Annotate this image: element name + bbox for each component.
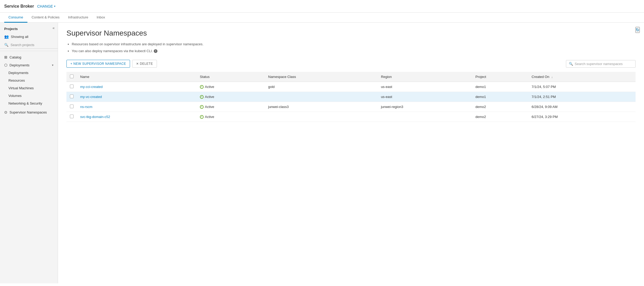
row-3-name: ns-rscm <box>77 102 197 112</box>
top-header: Service Broker CHANGE ▾ <box>0 0 644 13</box>
supervisor-ns-icon: ⊙ <box>4 110 7 114</box>
catalog-icon: ⊞ <box>4 55 7 59</box>
row-4-project: demo2 <box>472 112 528 122</box>
toolbar: + NEW SUPERVISOR NAMESPACE ✕ DELETE 🔍 <box>66 60 636 68</box>
tab-inbox[interactable]: Inbox <box>92 13 109 23</box>
row-2-status-dot <box>200 95 204 99</box>
row-1-checkbox[interactable] <box>70 85 74 88</box>
row-4-status: Active <box>197 112 265 122</box>
row-2-name-link[interactable]: my-vc-created <box>80 95 102 99</box>
row-4-created-on: 6/27/24, 3:29 PM <box>528 112 636 122</box>
sidebar-collapse-button[interactable]: « <box>51 25 56 31</box>
col-checkbox <box>66 72 77 82</box>
sort-icon: ↓ <box>551 75 553 78</box>
row-3-project: demo2 <box>472 102 528 112</box>
deployments-chevron-icon: ▾ <box>52 63 54 67</box>
search-icon: 🔍 <box>4 43 8 47</box>
change-link[interactable]: CHANGE ▾ <box>37 4 55 8</box>
row-2-status-active: Active <box>200 95 262 99</box>
table-row: svc-tkg-domain-c52 Active demo2 6/27/24,… <box>66 112 636 122</box>
row-4-name: svc-tkg-domain-c52 <box>77 112 197 122</box>
row-3-status: Active <box>197 102 265 112</box>
new-supervisor-namespace-button[interactable]: + NEW SUPERVISOR NAMESPACE <box>66 60 130 68</box>
toolbar-left: + NEW SUPERVISOR NAMESPACE ✕ DELETE <box>66 60 157 68</box>
table-body: my-cci-created Active gold us-east demo1… <box>66 82 636 122</box>
row-3-status-dot <box>200 105 204 109</box>
nav-tabs: Consume Content & Policies Infrastructur… <box>0 13 644 23</box>
namespaces-table: Name Status Namespace Class Region Proje… <box>66 72 636 122</box>
search-namespaces-container: 🔍 <box>566 60 636 68</box>
row-1-region: us-east <box>378 82 472 92</box>
col-region[interactable]: Region <box>378 72 472 82</box>
description-item-2: You can also deploy namespaces via the k… <box>72 48 636 54</box>
row-3-region: junwei-region3 <box>378 102 472 112</box>
sidebar-search-container: 🔍 <box>0 41 58 49</box>
content-area: ↻ Supervisor Namespaces Resources based … <box>58 23 644 283</box>
select-all-checkbox[interactable] <box>70 75 74 78</box>
row-3-created-on: 6/28/24, 9:09 AM <box>528 102 636 112</box>
sidebar-item-deployments[interactable]: ⬡ Deployments ▾ <box>0 61 58 69</box>
tab-consume[interactable]: Consume <box>4 13 27 23</box>
row-2-checkbox-cell[interactable] <box>66 92 77 102</box>
projects-section-title: Projects <box>0 23 58 33</box>
delete-button[interactable]: ✕ DELETE <box>132 60 157 68</box>
row-2-created-on: 7/1/24, 2:51 PM <box>528 92 636 102</box>
row-4-checkbox[interactable] <box>70 115 74 118</box>
row-1-created-on: 7/1/24, 5:07 PM <box>528 82 636 92</box>
row-2-status: Active <box>197 92 265 102</box>
service-broker-title: Service Broker <box>4 4 34 9</box>
row-1-namespace-class: gold <box>265 82 378 92</box>
sidebar-divider-1 <box>0 51 58 51</box>
sidebar-item-supervisor-namespaces[interactable]: ⊙ Supervisor Namespaces <box>0 108 58 116</box>
table-row: my-vc-created Active us-east demo1 7/1/2… <box>66 92 636 102</box>
sidebar-item-virtual-machines[interactable]: Virtual Machines <box>0 84 58 92</box>
search-namespaces-input[interactable] <box>575 62 633 66</box>
row-3-namespace-class: junwei-class3 <box>265 102 378 112</box>
search-projects-input[interactable] <box>11 43 54 47</box>
col-created-on[interactable]: Created On ↓ <box>528 72 636 82</box>
table-header: Name Status Namespace Class Region Proje… <box>66 72 636 82</box>
table-row: ns-rscm Active junwei-class3 junwei-regi… <box>66 102 636 112</box>
row-1-project: demo1 <box>472 82 528 92</box>
row-2-checkbox[interactable] <box>70 95 74 98</box>
row-3-checkbox[interactable] <box>70 105 74 108</box>
row-3-status-active: Active <box>200 105 262 109</box>
row-1-status-dot <box>200 85 204 89</box>
search-namespaces-icon: 🔍 <box>569 62 573 66</box>
row-1-status: Active <box>197 82 265 92</box>
tab-content-policies[interactable]: Content & Policies <box>27 13 64 23</box>
users-icon: 👥 <box>4 34 9 39</box>
info-icon[interactable]: i <box>154 49 157 53</box>
row-4-region <box>378 112 472 122</box>
col-status[interactable]: Status <box>197 72 265 82</box>
row-1-name: my-cci-created <box>77 82 197 92</box>
chevron-down-icon: ▾ <box>54 5 55 8</box>
sidebar-item-deployments-sub[interactable]: Deployments <box>0 69 58 77</box>
row-4-status-dot <box>200 115 204 119</box>
deployments-icon: ⬡ <box>4 63 7 67</box>
col-namespace-class[interactable]: Namespace Class <box>265 72 378 82</box>
row-3-checkbox-cell[interactable] <box>66 102 77 112</box>
row-2-namespace-class <box>265 92 378 102</box>
tab-infrastructure[interactable]: Infrastructure <box>64 13 93 23</box>
row-2-project: demo1 <box>472 92 528 102</box>
row-3-name-link[interactable]: ns-rscm <box>80 105 92 109</box>
row-1-checkbox-cell[interactable] <box>66 82 77 92</box>
description-block: Resources based on supervisor infrastruc… <box>66 42 636 53</box>
col-project[interactable]: Project <box>472 72 528 82</box>
row-4-name-link[interactable]: svc-tkg-domain-c52 <box>80 115 110 119</box>
sidebar-item-volumes[interactable]: Volumes <box>0 92 58 100</box>
sidebar: « Projects 👥 Showing all 🔍 ⊞ Catalog ⬡ D… <box>0 23 58 283</box>
col-name[interactable]: Name <box>77 72 197 82</box>
sidebar-showing-all[interactable]: 👥 Showing all <box>0 33 58 40</box>
refresh-button[interactable]: ↻ <box>635 27 640 33</box>
sidebar-item-catalog[interactable]: ⊞ Catalog <box>0 53 58 61</box>
row-4-checkbox-cell[interactable] <box>66 112 77 122</box>
row-4-status-active: Active <box>200 115 262 119</box>
main-layout: « Projects 👥 Showing all 🔍 ⊞ Catalog ⬡ D… <box>0 23 644 283</box>
row-1-name-link[interactable]: my-cci-created <box>80 85 103 89</box>
table-row: my-cci-created Active gold us-east demo1… <box>66 82 636 92</box>
row-2-name: my-vc-created <box>77 92 197 102</box>
sidebar-item-resources[interactable]: Resources <box>0 77 58 84</box>
sidebar-item-networking-security[interactable]: Networking & Security <box>0 100 58 107</box>
